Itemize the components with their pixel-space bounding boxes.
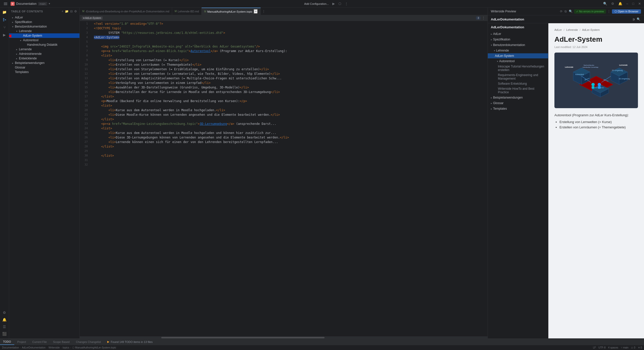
- maximize-button[interactable]: □: [631, 1, 635, 6]
- run-button[interactable]: ▶: [331, 1, 336, 6]
- tab-2[interactable]: M Lehrende-BD.md: [172, 8, 202, 15]
- preview-nav-header[interactable]: AdLerDokumentation: [488, 23, 548, 31]
- nav-group-spezifikation[interactable]: Spezifikation: [488, 37, 548, 42]
- nav-group-glossar[interactable]: Glossar: [488, 100, 548, 106]
- tree-item-spezifikation[interactable]: Spezifikation: [9, 20, 79, 24]
- code-line-15: 15 <li>Auswählen der 3D-Darstellungsweis…: [80, 86, 488, 90]
- tree-item-administrierende[interactable]: Administrierende: [9, 52, 79, 56]
- breadcrumb-lehrende[interactable]: Lehrende: [566, 28, 578, 31]
- settings-icon-button[interactable]: ⚙: [1, 309, 8, 316]
- preview-more-button[interactable]: ⋮: [607, 9, 611, 14]
- minimize-button[interactable]: –: [625, 1, 629, 6]
- nav-group-beispielanwendungen[interactable]: Beispielanwendungen: [488, 95, 548, 100]
- tree-item-autorentool[interactable]: Autorentool: [9, 38, 79, 42]
- nav-group-spezifikation-title[interactable]: Spezifikation: [488, 37, 548, 42]
- arrow-administrierende: [15, 52, 18, 55]
- hamburger-menu-button[interactable]: [2, 0, 9, 7]
- bottom-tab-scope-based[interactable]: Scope Based: [50, 339, 73, 345]
- status-lf[interactable]: LF: [593, 346, 596, 349]
- path-item-adlerdokumentation[interactable]: AdLerDokumentation: [22, 346, 46, 349]
- collapse-all-button[interactable]: ⊟: [70, 9, 73, 14]
- bottom-tab-project[interactable]: Project: [14, 339, 29, 345]
- debug-button[interactable]: ⬡: [337, 1, 342, 6]
- tab-more-button[interactable]: ⋮: [261, 10, 267, 13]
- add-file-button[interactable]: +: [61, 9, 64, 14]
- tree-item-entwicklende[interactable]: Entwicklende: [9, 56, 79, 61]
- status-indent[interactable]: 4 spaces: [608, 346, 618, 349]
- nav-group-adler-title[interactable]: AdLer: [488, 31, 548, 37]
- todo-text: Found 149 TODO items in 13 files: [111, 340, 153, 343]
- notifications-icon-button[interactable]: 🔔: [1, 316, 8, 323]
- notifications-button[interactable]: 🔔: [617, 1, 623, 6]
- nav-group-autorentool-title[interactable]: Autorentool: [488, 58, 548, 64]
- tab-3[interactable]: M ManualAuthoringAdLer-System.topic ✕: [202, 8, 261, 15]
- nav-group-templates[interactable]: Templates: [488, 106, 548, 111]
- editor-horizontal-scrollbar[interactable]: [80, 336, 488, 338]
- run-icon-button[interactable]: ▶: [1, 31, 8, 38]
- nav-item-inkscape[interactable]: Inkscape Tutorial Hervorhebungen erstell…: [488, 64, 548, 73]
- tree-item-adler-system[interactable]: AdLer-System ◀: [9, 33, 79, 38]
- code-line-23: 23 <p><a href="ManualEngine-Leistungsbes…: [80, 122, 488, 127]
- project-icon-button[interactable]: 📁: [1, 9, 8, 16]
- terminal-icon-button[interactable]: ⬛: [1, 330, 8, 337]
- open-in-browser-button[interactable]: ⬡ Open in Browser: [612, 9, 641, 14]
- close-button[interactable]: ✕: [637, 1, 642, 6]
- preview-refresh-button[interactable]: ⟳: [559, 9, 563, 14]
- nav-arrow-adler: [491, 33, 492, 35]
- preview-theme-toggle[interactable]: ◑: [632, 17, 635, 21]
- breadcrumb-adler[interactable]: AdLer: [554, 28, 562, 31]
- isometric-diagram-svg: Autorentool 2D-Umgebung 3D-Generator: [554, 53, 638, 108]
- status-encoding[interactable]: UTF-8: [598, 346, 605, 349]
- tree-item-adler[interactable]: AdLer: [9, 15, 79, 20]
- branch-badge[interactable]: main: [38, 2, 47, 6]
- path-item-documentation[interactable]: Documentation: [2, 346, 19, 349]
- breadcrumb-adler-system[interactable]: AdLer-System: [582, 28, 600, 31]
- tab-1[interactable]: M -Erstellung-und-Bearbeitung-in-der-Pro…: [80, 8, 172, 15]
- code-editor[interactable]: 1 <?xml version="1.0" encoding="UTF-8"?>…: [80, 21, 488, 336]
- bottom-tab-current-file[interactable]: Current File: [29, 339, 50, 345]
- nav-group-benutzerdoku[interactable]: Benutzerdokumentation Lehrende AdLer-Sys…: [488, 42, 548, 95]
- editor-scroll-thumb[interactable]: [161, 337, 324, 338]
- code-line-27: 27 <li>Lernende können einen sich für ei…: [80, 140, 488, 145]
- nav-item-software[interactable]: Software Entwicklung: [488, 81, 548, 86]
- search-button[interactable]: 🔍: [602, 1, 608, 6]
- code-line-10: 10 <li>Erstellen von Lernräumen (= Theme…: [80, 63, 488, 67]
- preview-copy-button[interactable]: ⧉: [564, 9, 567, 14]
- tree-item-templates[interactable]: Templates: [9, 70, 79, 74]
- bookmark-icon-button[interactable]: ☰: [1, 323, 8, 330]
- editor-more-button[interactable]: ⋮: [481, 16, 486, 20]
- nav-group-beispielanwendungen-title[interactable]: Beispielanwendungen: [488, 95, 548, 100]
- tab3-close-button[interactable]: ✕: [254, 9, 258, 14]
- code-line-29: 29: [80, 149, 488, 154]
- tree-item-handreichung[interactable]: Handreichung Didaktik: [9, 42, 79, 47]
- tree-item-lehrende[interactable]: Lehrende: [9, 29, 79, 33]
- bottom-tab-todo[interactable]: TODO: [0, 339, 14, 345]
- tree-item-beispielanwendungen[interactable]: Beispielanwendungen: [9, 61, 79, 65]
- code-line-14: 14 <li>Verknüpfung von Lernelementen in …: [80, 81, 488, 86]
- nav-group-glossar-title[interactable]: Glossar: [488, 100, 548, 106]
- more-button[interactable]: ⋮: [344, 1, 349, 6]
- nav-item-adler-system[interactable]: AdLer-System: [488, 53, 548, 58]
- preview-search-2[interactable]: 🔍: [636, 17, 641, 21]
- preview-search-button[interactable]: 🔍: [568, 9, 573, 14]
- path-item-topics[interactable]: topics: [63, 346, 69, 349]
- tree-item-glossar[interactable]: Glossar: [9, 65, 79, 70]
- add-configuration-button[interactable]: Add Configuration...: [303, 2, 330, 6]
- nav-item-requirements[interactable]: Requirments-Engineering und Management: [488, 73, 548, 81]
- nav-group-benutzerdoku-title[interactable]: Benutzerdokumentation: [488, 42, 548, 48]
- path-item-writerside[interactable]: Writerside: [48, 346, 60, 349]
- structure-icon-button[interactable]: [1, 16, 8, 23]
- settings-button[interactable]: ⚙: [610, 1, 615, 6]
- nav-group-adler[interactable]: AdLer: [488, 31, 548, 37]
- nav-group-lehrende-title[interactable]: Lehrende: [488, 48, 548, 53]
- tree-item-lernende[interactable]: Lernende: [9, 47, 79, 52]
- add-folder-button[interactable]: 📁: [64, 9, 69, 14]
- path-item-file[interactable]: ⬡ ManualAuthoringAdLer-System.topic: [72, 346, 116, 349]
- bottom-tab-changes[interactable]: Changes Changelist: [73, 339, 104, 345]
- git-icon-button[interactable]: ⑂: [1, 24, 8, 31]
- nav-item-writerside[interactable]: Writerside HowTo and Best Practice: [488, 86, 548, 95]
- nav-group-templates-title[interactable]: Templates: [488, 106, 548, 111]
- settings-tree-button[interactable]: ⚙: [74, 9, 77, 14]
- code-line-19: 19 <list>: [80, 104, 488, 108]
- tree-item-benutzerdoku[interactable]: Benutzerdokumentation: [9, 24, 79, 29]
